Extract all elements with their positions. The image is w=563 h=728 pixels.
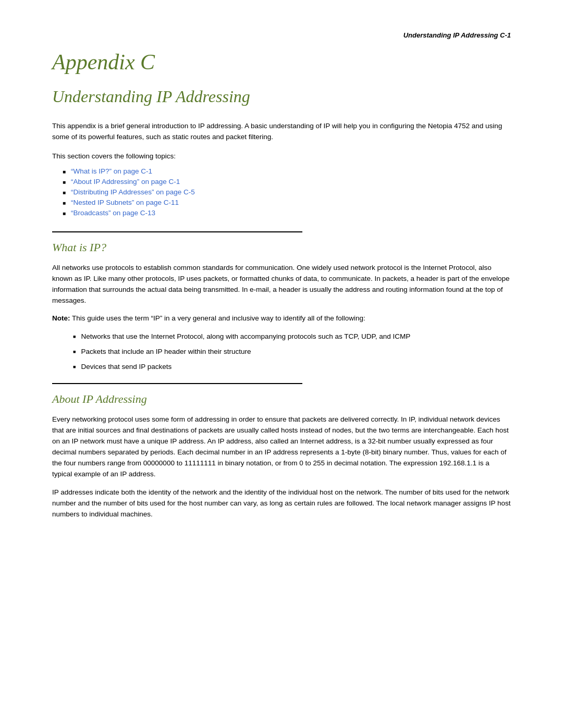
toc-link-1[interactable]: “What is IP?” on page C-1 bbox=[71, 167, 152, 175]
toc-link-3[interactable]: “Distributing IP Addresses” on page C-5 bbox=[71, 188, 195, 196]
toc-link-5[interactable]: “Broadcasts” on page C-13 bbox=[71, 209, 155, 217]
appendix-title: Appendix C bbox=[52, 50, 511, 75]
chapter-title: Understanding IP Addressing bbox=[52, 87, 511, 106]
toc-list: “What is IP?” on page C-1 “About IP Addr… bbox=[63, 167, 511, 217]
bullet-item-3: Devices that send IP packets bbox=[73, 362, 511, 373]
page-header-text: Understanding IP Addressing C-1 bbox=[403, 31, 511, 39]
about-ip-paragraph1: Every networking protocol uses some form… bbox=[52, 414, 511, 480]
page-header: Understanding IP Addressing C-1 bbox=[52, 31, 511, 39]
toc-item-4[interactable]: “Nested IP Subnets” on page C-11 bbox=[63, 199, 511, 206]
what-is-ip-paragraph1: All networks use protocols to establish … bbox=[52, 263, 511, 306]
bullet-item-2: Packets that include an IP header within… bbox=[73, 347, 511, 357]
toc-item-2[interactable]: “About IP Addressing” on page C-1 bbox=[63, 178, 511, 186]
what-is-ip-bullets: Networks that use the Internet Protocol,… bbox=[73, 331, 511, 373]
toc-link-2[interactable]: “About IP Addressing” on page C-1 bbox=[71, 178, 180, 186]
note-text: This guide uses the term “IP” in a very … bbox=[70, 314, 365, 322]
toc-item-5[interactable]: “Broadcasts” on page C-13 bbox=[63, 209, 511, 217]
note-label: Note: bbox=[52, 314, 70, 322]
what-is-ip-heading: What is IP? bbox=[52, 241, 511, 254]
topics-intro: This section covers the following topics… bbox=[52, 151, 511, 162]
toc-item-3[interactable]: “Distributing IP Addresses” on page C-5 bbox=[63, 188, 511, 196]
intro-paragraph1: This appendix is a brief general introdu… bbox=[52, 121, 511, 143]
about-ip-paragraph2: IP addresses indicate both the identity … bbox=[52, 487, 511, 520]
page: Understanding IP Addressing C-1 Appendix… bbox=[0, 0, 563, 728]
divider-2 bbox=[52, 383, 302, 384]
toc-link-4[interactable]: “Nested IP Subnets” on page C-11 bbox=[71, 199, 179, 206]
bullet-item-1: Networks that use the Internet Protocol,… bbox=[73, 331, 511, 342]
toc-item-1[interactable]: “What is IP?” on page C-1 bbox=[63, 167, 511, 175]
divider-1 bbox=[52, 231, 302, 232]
about-ip-heading: About IP Addressing bbox=[52, 392, 511, 406]
note-block: Note: This guide uses the term “IP” in a… bbox=[52, 313, 511, 324]
